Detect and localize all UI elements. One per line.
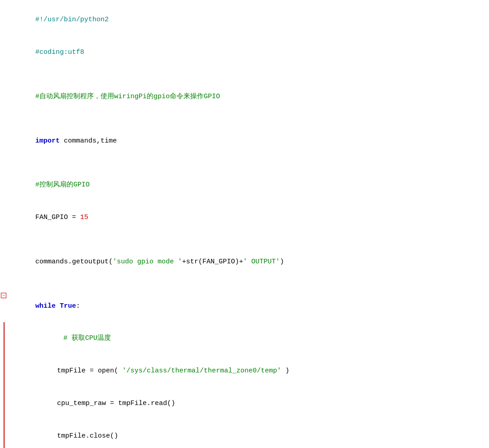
import-modules: commands,time (60, 137, 117, 145)
comment-get-temp: # 获取CPU温度 (63, 334, 111, 342)
code-line-8: #控制风扇的GPIO (0, 169, 489, 201)
code-line-9: FAN_GPIO = 15 (0, 201, 489, 234)
line-content-4: #自动风扇控制程序，使用wiringPi的gpio命令来操作GPIO (8, 81, 489, 113)
code-line-12 (0, 278, 489, 290)
code-line-5 (0, 113, 489, 124)
comment-fan-control: #自动风扇控制程序，使用wiringPi的gpio命令来操作GPIO (35, 93, 220, 100)
line-content-5 (8, 113, 489, 124)
coding-text: #coding:utf8 (35, 48, 84, 56)
tmpfile-open-close: ) (281, 367, 289, 375)
line-content-10 (8, 234, 489, 245)
line-content-11: commands.getoutput('sudo gpio mode '+str… (8, 246, 489, 278)
thermal-path: '/sys/class/thermal/thermal_zone0/temp' (122, 367, 281, 375)
line-content-7 (8, 157, 489, 168)
tmpfile-close: tmpFile.close() (57, 432, 118, 440)
line-content-17: tmpFile.close() (8, 420, 489, 448)
tmpfile-open: tmpFile = open( (57, 367, 122, 375)
getoutput-str1: 'sudo gpio mode ' (113, 258, 182, 266)
while-true (56, 302, 60, 310)
code-line-13: − while True: (0, 290, 489, 322)
line-content-2: #coding:utf8 (8, 37, 489, 68)
code-line-16: cpu_temp_raw = tmpFile.read() (0, 387, 489, 420)
code-line-3 (0, 69, 489, 81)
line-content-6: import commands,time (8, 125, 489, 157)
while-keyword: while (35, 302, 56, 310)
line-content-12 (8, 278, 489, 289)
code-line-6: import commands,time (0, 124, 489, 157)
cpu-temp-raw: cpu_temp_raw = tmpFile.read() (57, 400, 175, 407)
getoutput-str2: ' OUTPUT' (243, 258, 280, 266)
code-line-2: #coding:utf8 (0, 36, 489, 69)
code-editor: #!/usr/bin/python2 #coding:utf8 #自动风扇控制程… (0, 0, 489, 448)
line-content-16: cpu_temp_raw = tmpFile.read() (8, 388, 489, 419)
getoutput-concat1: +str(FAN_GPIO)+ (182, 258, 243, 266)
code-line-17: tmpFile.close() (0, 419, 489, 448)
line-content-3 (8, 69, 489, 80)
line-content-9: FAN_GPIO = 15 (8, 202, 489, 234)
fan-gpio-var: FAN_GPIO = (35, 214, 80, 221)
while-block: # 获取CPU温度 tmpFile = open( '/sys/class/th… (0, 322, 489, 448)
getoutput-call: commands.getoutput( (35, 258, 113, 266)
line-content-1: #!/usr/bin/python2 (8, 4, 489, 36)
code-line-4: #自动风扇控制程序，使用wiringPi的gpio命令来操作GPIO (0, 81, 489, 113)
line-content-8: #控制风扇的GPIO (8, 169, 489, 201)
code-line-11: commands.getoutput('sudo gpio mode '+str… (0, 246, 489, 278)
fold-while-icon[interactable]: − (1, 293, 6, 298)
import-keyword: import (35, 137, 60, 145)
shebang-text: #!/usr/bin/python2 (35, 16, 109, 24)
code-line-15: tmpFile = open( '/sys/class/thermal/ther… (0, 355, 489, 387)
line-content-15: tmpFile = open( '/sys/class/thermal/ther… (8, 355, 489, 387)
code-line-14: # 获取CPU温度 (0, 322, 489, 355)
line-content-13: while True: (8, 290, 489, 322)
line-content-14: # 获取CPU温度 (8, 323, 489, 354)
fan-gpio-value: 15 (80, 214, 88, 221)
code-line-1: #!/usr/bin/python2 (0, 4, 489, 36)
true-keyword: True (60, 302, 76, 310)
code-line-7 (0, 157, 489, 169)
while-colon: : (76, 302, 80, 310)
comment-gpio: #控制风扇的GPIO (35, 181, 90, 189)
getoutput-close: ) (280, 258, 284, 266)
code-line-10 (0, 234, 489, 246)
